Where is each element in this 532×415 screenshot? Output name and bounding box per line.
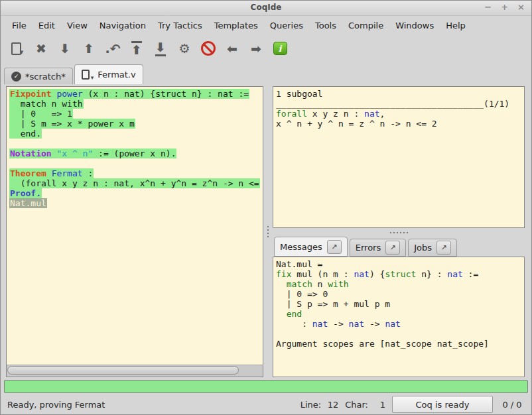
right-column: 1 subgoal_______________________________… — [273, 86, 525, 377]
tab-messages-label: Messages — [280, 242, 322, 252]
menu-templates[interactable]: Templates — [208, 18, 264, 33]
window-controls: − + × — [484, 2, 525, 13]
messages-pane: Nat.mul =fix mul (n m : nat) {struct n} … — [273, 257, 525, 377]
tab-messages[interactable]: Messages ↗ — [274, 237, 348, 257]
menu-file[interactable]: File — [6, 18, 33, 33]
char-value: 1 — [371, 400, 385, 410]
line-label: Line: — [300, 400, 321, 410]
interrupt-button[interactable] — [198, 38, 218, 59]
code-line: | 0 => 0 — [276, 289, 521, 299]
go-to-start-button[interactable]: ⬆ — [127, 38, 147, 59]
code-line: end — [276, 309, 521, 319]
status-message: Ready, proving Fermat — [7, 400, 294, 410]
code-line — [9, 139, 261, 148]
code-line: (forall x y z n : nat, x^n + y^n = z^n -… — [9, 178, 261, 188]
line-value: 12 — [324, 400, 338, 410]
save-buffer-button[interactable]: ▾ — [7, 38, 27, 59]
splitter-dot — [407, 232, 408, 233]
splitter-dot — [267, 233, 269, 234]
menu-tools[interactable]: Tools — [309, 18, 342, 33]
down-arrow-icon: ▾ — [20, 48, 24, 56]
detach-messages-icon[interactable]: ↗ — [327, 240, 342, 254]
code-line: : nat -> nat -> nat — [276, 319, 521, 329]
detach-jobs-icon[interactable]: ↗ — [436, 241, 451, 255]
step-forward-button[interactable]: ⬇ — [55, 38, 75, 59]
code-line: | S p => m + mul p m — [276, 299, 521, 309]
splitter-dot — [397, 232, 398, 233]
splitter-dot — [403, 232, 405, 233]
code-line: fix mul (n m : nat) {struct n} : nat := — [276, 269, 521, 279]
info-bubble-icon: i — [273, 42, 287, 55]
job-counter: 0 / 0 — [499, 400, 525, 410]
scrollbar-thumb[interactable] — [7, 366, 239, 375]
code-line: Nat.mul — [9, 198, 261, 208]
status-right: Line: 12 Char: 1 Coq is ready 0 / 0 — [294, 396, 525, 413]
code-line: | 0 => 1 — [9, 109, 261, 119]
menu-view[interactable]: View — [61, 18, 94, 33]
close-icon[interactable]: × — [517, 2, 525, 13]
maximize-icon[interactable]: + — [501, 2, 508, 13]
close-buffer-button[interactable]: ✖ — [31, 38, 51, 59]
editor-tab-bar: ✓ *scratch* ▾ Fermat.v — [1, 62, 531, 84]
horizontal-splitter[interactable] — [273, 228, 525, 237]
tab-fermat[interactable]: ▾ Fermat.v — [74, 64, 143, 84]
coq-status-indicator: Coq is ready — [392, 396, 493, 413]
minimize-icon[interactable]: − — [484, 2, 492, 13]
page-arrow-icon: ▾ — [91, 74, 94, 81]
splitter-dot — [393, 232, 395, 233]
splitter-dot — [267, 226, 269, 227]
no-entry-icon — [201, 41, 216, 56]
main-area: Fixpoint power (x n : nat) {struct n} : … — [1, 84, 531, 379]
code-line: match n with — [9, 99, 261, 109]
go-to-start-icon: ⬆ — [131, 41, 142, 56]
code-line: Argument scopes are [nat_scope nat_scope… — [276, 339, 521, 349]
tab-jobs[interactable]: Jobs ↗ — [408, 239, 457, 257]
script-editor[interactable]: Fixpoint power (x n : nat) {struct n} : … — [7, 87, 263, 365]
vertical-splitter[interactable] — [263, 86, 273, 377]
tab-fermat-label: Fermat.v — [98, 70, 135, 80]
code-line: | S m => x * power x m — [9, 119, 261, 129]
code-line: forall x y z n : nat, — [276, 109, 521, 119]
go-to-end-button[interactable]: ⬇ — [151, 38, 170, 59]
tab-scratch[interactable]: ✓ *scratch* — [4, 68, 73, 84]
tab-errors[interactable]: Errors ↗ — [350, 239, 406, 257]
code-line: 1 subgoal — [276, 89, 521, 99]
step-backward-button[interactable]: ⬆ — [79, 38, 99, 59]
previous-button[interactable]: ⬅ — [222, 38, 242, 59]
code-line: Theorem Fermat : — [9, 168, 261, 178]
code-line: x ^ n + y ^ n = z ^ n -> n <= 2 — [276, 119, 521, 129]
goal-pane: 1 subgoal_______________________________… — [273, 86, 525, 228]
menu-edit[interactable]: Edit — [33, 18, 61, 33]
status-bar: Ready, proving Fermat Line: 12 Char: 1 C… — [1, 394, 531, 414]
tab-scratch-label: *scratch* — [25, 72, 66, 82]
code-line: end. — [9, 129, 261, 139]
menu-try-tactics[interactable]: Try Tactics — [152, 18, 208, 33]
check-circle-icon: ✓ — [11, 72, 21, 82]
code-line: Fixpoint power (x n : nat) {struct n} : … — [9, 89, 261, 99]
toolbar: ▾✖⬇⬆.↶⬆⬇⚙⬅➡i — [1, 34, 531, 62]
code-line: ________________________________________… — [276, 99, 521, 109]
code-line: Proof. — [9, 188, 261, 198]
code-line — [276, 329, 521, 339]
page-icon — [82, 70, 90, 80]
menu-compile[interactable]: Compile — [342, 18, 389, 33]
make-button[interactable]: ⚙ — [174, 38, 194, 59]
menu-windows[interactable]: Windows — [389, 18, 440, 33]
menu-help[interactable]: Help — [440, 18, 472, 33]
menu-navigation[interactable]: Navigation — [94, 18, 152, 33]
detach-errors-icon[interactable]: ↗ — [385, 241, 400, 255]
go-to-cursor-button[interactable]: .↶ — [103, 38, 123, 59]
coqide-window: CoqIde − + × FileEditViewNavigationTry T… — [0, 0, 532, 415]
splitter-dot — [400, 232, 401, 233]
menu-bar: FileEditViewNavigationTry TacticsTemplat… — [1, 16, 531, 34]
next-button[interactable]: ➡ — [246, 38, 266, 59]
horizontal-scrollbar[interactable] — [7, 365, 263, 377]
menu-queries[interactable]: Queries — [264, 18, 309, 33]
messages-content: Nat.mul =fix mul (n m : nat) {struct n} … — [276, 259, 521, 349]
tab-jobs-label: Jobs — [414, 243, 432, 253]
about-button[interactable]: i — [270, 38, 290, 59]
code-line: Nat.mul = — [276, 259, 521, 269]
splitter-dot — [267, 236, 269, 237]
go-to-end-icon: ⬇ — [155, 41, 166, 56]
window-title: CoqIde — [1, 3, 531, 12]
